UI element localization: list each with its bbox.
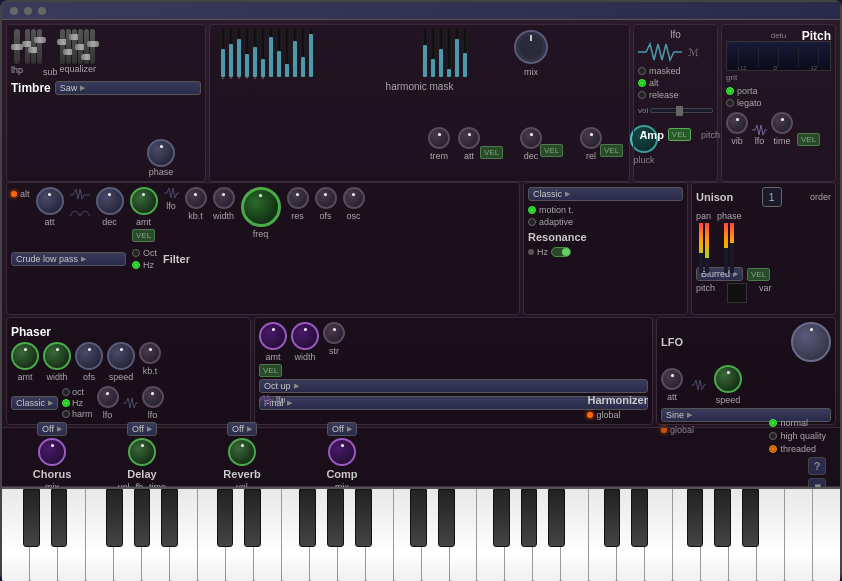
- filter-att-knob[interactable]: [36, 187, 64, 215]
- phaser-kbt-knob[interactable]: [139, 342, 161, 364]
- black-key-20[interactable]: [742, 489, 759, 547]
- black-key-15[interactable]: [548, 489, 565, 547]
- porta-item[interactable]: porta: [726, 86, 831, 96]
- black-key-18[interactable]: [687, 489, 704, 547]
- filter-oct-radio[interactable]: [132, 249, 140, 257]
- comp-mix-knob[interactable]: [328, 438, 356, 466]
- vib-knob[interactable]: [726, 112, 748, 134]
- sub-fader-3[interactable]: [37, 29, 42, 64]
- filter-vel-badge[interactable]: VEL: [132, 229, 155, 242]
- high-quality-radio[interactable]: [769, 432, 777, 440]
- lhp-fader[interactable]: [14, 29, 20, 64]
- dec-knob[interactable]: [520, 127, 542, 149]
- harm-str-knob[interactable]: [323, 322, 345, 344]
- lfo-alt-radio[interactable]: [638, 79, 646, 87]
- threaded-radio[interactable]: [769, 445, 777, 453]
- eq-fader-1[interactable]: [60, 29, 65, 64]
- threaded-item[interactable]: threaded: [769, 444, 826, 454]
- porta-radio[interactable]: [726, 87, 734, 95]
- vol-slider[interactable]: [650, 108, 713, 113]
- pitch-vel-badge[interactable]: VEL: [797, 133, 820, 146]
- unison-vel-badge[interactable]: VEL: [747, 268, 770, 281]
- filter-kbt-knob[interactable]: [185, 187, 207, 209]
- black-key-19[interactable]: [714, 489, 731, 547]
- phase-knob[interactable]: [147, 139, 175, 167]
- black-key-8[interactable]: [299, 489, 316, 547]
- dec-vel-badge[interactable]: VEL: [540, 144, 563, 157]
- lfo-masked-item[interactable]: masked: [638, 66, 713, 76]
- harm-width-knob[interactable]: [291, 322, 319, 350]
- legato-item[interactable]: legato: [726, 98, 831, 108]
- amp-vel-badge[interactable]: VEL: [668, 128, 691, 141]
- filter-ofs-knob[interactable]: [315, 187, 337, 209]
- adaptive-item[interactable]: adaptive: [528, 217, 683, 227]
- black-key-9[interactable]: [327, 489, 344, 547]
- timbre-waveform-dropdown[interactable]: Saw: [55, 81, 201, 95]
- lfo-masked-radio[interactable]: [638, 67, 646, 75]
- filter-width-knob[interactable]: [213, 187, 235, 209]
- black-key-11[interactable]: [410, 489, 427, 547]
- filter-hz-radio[interactable]: [132, 261, 140, 269]
- reverb-vol-knob[interactable]: [228, 438, 256, 466]
- black-key-12[interactable]: [438, 489, 455, 547]
- black-key-14[interactable]: [521, 489, 538, 547]
- phaser-oct-radio[interactable]: [62, 388, 70, 396]
- legato-radio[interactable]: [726, 99, 734, 107]
- lfo-release-item[interactable]: release: [638, 90, 713, 100]
- motion-t-item[interactable]: motion t.: [528, 205, 683, 215]
- filter-amt-knob[interactable]: [130, 187, 158, 215]
- phaser-speed-knob[interactable]: [107, 342, 135, 370]
- phaser-lfo-knob[interactable]: [97, 386, 119, 408]
- normal-item[interactable]: normal: [769, 418, 826, 428]
- filter-freq-knob[interactable]: [241, 187, 281, 227]
- black-key-6[interactable]: [217, 489, 234, 547]
- help-icon[interactable]: ?: [808, 457, 826, 475]
- chorus-state-dropdown[interactable]: Off: [37, 422, 67, 436]
- resonance-hz-toggle[interactable]: [551, 247, 571, 257]
- normal-radio[interactable]: [769, 419, 777, 427]
- sub-fader-2[interactable]: [31, 29, 36, 64]
- lfo-release-radio[interactable]: [638, 91, 646, 99]
- lfo-speed-knob[interactable]: [714, 365, 742, 393]
- lfo-att-knob[interactable]: [661, 368, 683, 390]
- reverb-state-dropdown[interactable]: Off: [227, 422, 257, 436]
- harm-vel-badge[interactable]: VEL: [259, 364, 282, 377]
- harm-amt-knob[interactable]: [259, 322, 287, 350]
- att-knob[interactable]: [458, 127, 480, 149]
- time-knob[interactable]: [771, 112, 793, 134]
- phaser-type-dropdown[interactable]: Classic: [11, 396, 58, 410]
- black-key-2[interactable]: [51, 489, 68, 547]
- att-vel-badge[interactable]: VEL: [480, 146, 503, 159]
- black-key-17[interactable]: [631, 489, 648, 547]
- phaser-lfo2-knob[interactable]: [142, 386, 164, 408]
- black-key-1[interactable]: [23, 489, 40, 547]
- blurred-dropdown[interactable]: Blurred: [696, 267, 743, 281]
- phaser-ofs-knob[interactable]: [75, 342, 103, 370]
- black-key-10[interactable]: [355, 489, 372, 547]
- resonance-type-dropdown[interactable]: Classic: [528, 187, 683, 201]
- black-key-5[interactable]: [161, 489, 178, 547]
- phaser-hz-radio[interactable]: [62, 399, 70, 407]
- motion-t-radio[interactable]: [528, 206, 536, 214]
- lfo-alt-item[interactable]: alt: [638, 78, 713, 88]
- chorus-mix-knob[interactable]: [38, 438, 66, 466]
- lfo-main-knob[interactable]: [791, 322, 831, 362]
- trem-knob[interactable]: [428, 127, 450, 149]
- rel-vel-badge[interactable]: VEL: [600, 144, 623, 157]
- black-key-13[interactable]: [493, 489, 510, 547]
- delay-state-dropdown[interactable]: Off: [127, 422, 157, 436]
- black-key-4[interactable]: [134, 489, 151, 547]
- unison-order-badge[interactable]: 1: [762, 187, 782, 207]
- filter-osc-knob[interactable]: [343, 187, 365, 209]
- filter-res-knob[interactable]: [287, 187, 309, 209]
- delay-vol-knob[interactable]: [128, 438, 156, 466]
- black-key-3[interactable]: [106, 489, 123, 547]
- eq-fader-6[interactable]: [90, 29, 95, 64]
- comp-state-dropdown[interactable]: Off: [327, 422, 357, 436]
- black-key-7[interactable]: [244, 489, 261, 547]
- high-quality-item[interactable]: high quality: [769, 431, 826, 441]
- phaser-amt-knob[interactable]: [11, 342, 39, 370]
- phaser-harm-radio[interactable]: [62, 410, 70, 418]
- mix-knob-svg[interactable]: [513, 29, 549, 65]
- rel-knob[interactable]: [580, 127, 602, 149]
